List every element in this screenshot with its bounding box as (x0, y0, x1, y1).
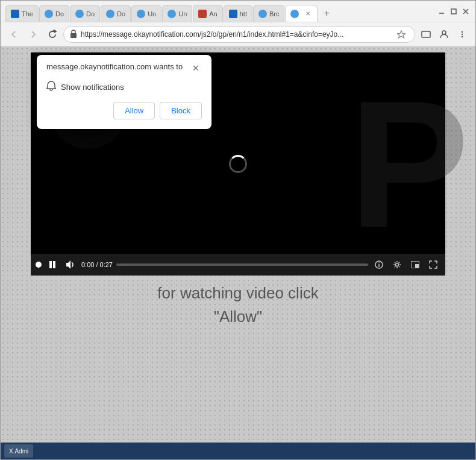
video-controls: 0:00 / 0:27 (31, 254, 445, 276)
svg-point-7 (442, 31, 446, 34)
browser-window: The Do Do Do Un (0, 0, 476, 460)
menu-button[interactable] (454, 26, 471, 43)
svg-marker-5 (397, 31, 406, 38)
tab-1[interactable]: The (5, 5, 39, 22)
message-line1: for watching video click (1, 282, 475, 305)
progress-bar[interactable] (116, 263, 368, 266)
tab-3-favicon (75, 10, 84, 18)
svg-rect-19 (415, 264, 419, 268)
tab-8[interactable]: htt (224, 5, 252, 22)
tab-1-label: The (22, 10, 33, 17)
svg-point-8 (462, 31, 463, 32)
svg-rect-6 (422, 31, 430, 37)
notification-popup: message.okaynotification.com wants to ✕ … (37, 55, 211, 129)
tab-9-label: Brc (269, 10, 280, 17)
tab-8-label: htt (240, 10, 247, 17)
tab-10-favicon (290, 10, 299, 18)
tab-4-favicon (106, 10, 114, 18)
tab-7-favicon (198, 10, 207, 18)
bookmark-button[interactable] (394, 27, 409, 42)
tab-9[interactable]: Brc (253, 5, 285, 22)
tab-2-label: Do (55, 10, 64, 17)
tab-3[interactable]: Do (70, 5, 100, 22)
address-actions (394, 27, 409, 42)
tab-5-label: Un (148, 10, 156, 17)
tab-4-label: Do (117, 10, 125, 17)
svg-rect-12 (53, 261, 55, 268)
play-pause-button[interactable] (45, 257, 60, 272)
window-controls (432, 7, 471, 16)
fullscreen-button[interactable] (426, 257, 440, 272)
user-button[interactable] (436, 26, 453, 43)
zoom-button[interactable] (418, 26, 434, 43)
loading-spinner (229, 155, 247, 173)
progress-thumb[interactable] (36, 262, 42, 268)
lock-icon (70, 30, 77, 39)
miniplayer-button[interactable] (408, 257, 422, 272)
allow-button[interactable]: Allow (113, 102, 155, 119)
tab-2-favicon (45, 10, 53, 18)
tab-3-label: Do (86, 10, 95, 17)
svg-rect-11 (49, 261, 52, 268)
minimize-button[interactable] (437, 7, 446, 16)
tab-6[interactable]: Un (162, 5, 192, 22)
tab-7-label: An (209, 10, 217, 17)
maximize-button[interactable] (449, 7, 459, 16)
message-line2: "Allow" (1, 305, 475, 329)
block-button[interactable]: Block (160, 102, 202, 119)
tab-8-favicon (229, 10, 237, 18)
tab-5-favicon (137, 10, 145, 18)
tab-9-favicon (258, 10, 267, 18)
close-button[interactable] (461, 7, 471, 16)
back-button[interactable] (5, 26, 22, 43)
popup-close-button[interactable]: ✕ (190, 62, 202, 74)
volume-button[interactable] (63, 257, 78, 272)
popup-header: message.okaynotification.com wants to ✕ (46, 62, 202, 74)
bell-icon (46, 80, 56, 93)
tab-1-favicon (11, 10, 19, 18)
popup-notification-text: Show notifications (61, 83, 124, 92)
reload-button[interactable] (44, 26, 61, 43)
tab-2[interactable]: Do (39, 5, 69, 22)
nav-extra-buttons (418, 26, 471, 43)
svg-rect-1 (451, 9, 456, 14)
info-button[interactable] (372, 257, 386, 272)
popup-notification-row: Show notifications (46, 80, 202, 93)
svg-point-17 (396, 263, 399, 266)
popup-title: message.okaynotification.com wants to (46, 62, 190, 71)
svg-point-16 (378, 262, 380, 263)
new-tab-button[interactable]: + (318, 5, 335, 22)
nav-bar: https://message.okaynotification.com/js2… (1, 22, 475, 46)
address-bar[interactable]: https://message.okaynotification.com/js2… (63, 26, 415, 43)
forward-button[interactable] (25, 26, 42, 43)
settings-button[interactable] (390, 257, 404, 272)
taskbar-item[interactable]: X.Admi (4, 444, 33, 458)
tab-4[interactable]: Do (101, 5, 131, 22)
title-bar: The Do Do Do Un (1, 1, 475, 22)
tab-6-label: Un (178, 10, 187, 17)
time-display: 0:00 / 0:27 (81, 261, 113, 268)
tabs-area: The Do Do Do Un (5, 1, 432, 22)
svg-point-10 (462, 36, 463, 37)
tab-10-close-icon[interactable]: ✕ (304, 10, 312, 18)
page-content: P 0:00 / 0:27 (1, 46, 475, 443)
taskbar: X.Admi (1, 443, 475, 459)
svg-marker-13 (66, 260, 70, 269)
svg-rect-4 (70, 33, 77, 38)
tab-10-active[interactable]: ✕ (285, 5, 318, 22)
address-text: https://message.okaynotification.com/js2… (81, 30, 390, 39)
tab-6-favicon (168, 10, 176, 18)
popup-buttons: Allow Block (46, 102, 202, 119)
tab-7[interactable]: An (193, 5, 222, 22)
svg-point-9 (462, 33, 463, 34)
tab-5[interactable]: Un (131, 5, 161, 22)
below-video-text: for watching video click "Allow" (1, 282, 475, 329)
